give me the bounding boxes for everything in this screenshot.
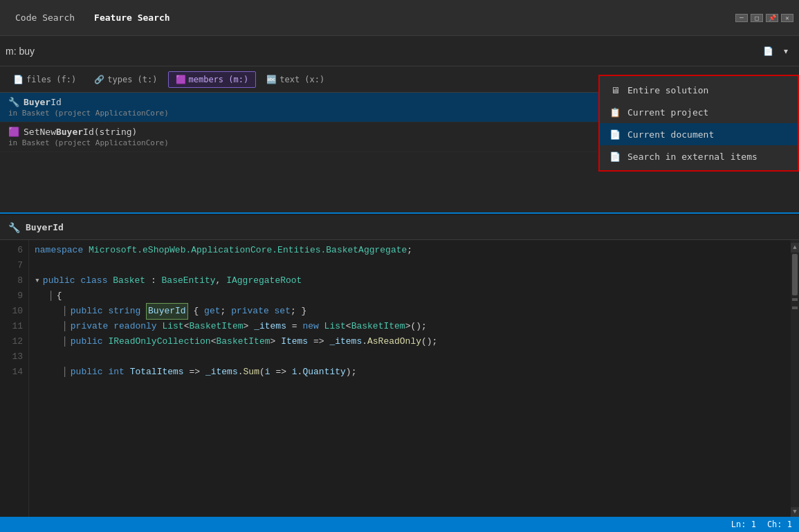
tab-code-search[interactable]: Code Search (6, 7, 84, 28)
type-basketitem-new: BasketItem (351, 319, 405, 334)
current-project-icon: 📋 (609, 107, 621, 118)
code-line-9: │{ (35, 288, 785, 304)
line-num-14: 14 (6, 365, 23, 380)
kw-private-11: private (71, 319, 109, 334)
type-basket: Basket (113, 273, 145, 288)
editor-header-title: BuyerId (26, 222, 64, 232)
result-wrench-icon: 🔧 (8, 97, 19, 107)
prop-items-public: Items (281, 334, 308, 349)
code-line-10: │ public string BuyerId { get; private s… (35, 304, 785, 319)
prop-items-sum: _items (205, 365, 238, 380)
dropdown-entire-solution-label: Entire solution (627, 85, 708, 95)
scope-dropdown: 🖥 Entire solution 📋 Current project 📄 Cu… (598, 75, 799, 172)
dropdown-button[interactable]: ▾ (778, 44, 793, 59)
line-num-6: 6 (6, 243, 23, 258)
filter-members[interactable]: 🟪 members (m:) (168, 71, 257, 88)
dropdown-entire-solution[interactable]: 🖥 Entire solution (600, 79, 798, 101)
highlight-buyerid: BuyerId (146, 303, 188, 320)
minimap-indicator-2 (792, 306, 798, 309)
dropdown-search-external-label: Search in external items (627, 152, 757, 162)
type-iaggregateroot: IAggregateRoot (226, 273, 302, 288)
scrollbar-vertical[interactable]: ▲ ▼ (791, 240, 799, 517)
kw-namespace: namespace (35, 243, 83, 258)
type-list-new: List (324, 319, 346, 334)
line-numbers: 6 7 8 9 10 11 12 13 14 (0, 240, 29, 517)
kw-private-10: private (231, 304, 269, 319)
kw-public-12: public (71, 334, 103, 349)
filter-types[interactable]: 🔗 types (t:) (86, 71, 165, 88)
line-num-8: 8 (6, 273, 23, 288)
gutter-line-14: │ (62, 367, 68, 377)
search-external-icon: 📄 (609, 151, 621, 162)
method-asreadonly: AsReadOnly (367, 334, 421, 349)
minimap-indicator-1 (792, 298, 798, 301)
code-line-12: │ public IReadOnlyCollection<BasketItem>… (35, 334, 785, 349)
gutter-line-10: │ (62, 306, 68, 316)
close-button[interactable]: ✕ (781, 14, 793, 22)
prop-items: _items (254, 319, 286, 334)
files-icon: 📄 (13, 75, 24, 84)
dropdown-current-document-label: Current document (627, 129, 714, 140)
members-icon: 🟪 (176, 75, 186, 84)
kw-public-8: public (43, 273, 75, 288)
minimize-button[interactable]: ─ (735, 14, 748, 22)
code-container: 6 7 8 9 10 11 12 13 14 namespace Microso… (0, 240, 799, 517)
scrollbar-track[interactable] (791, 253, 799, 507)
line-num-9: 9 (6, 288, 23, 304)
code-content[interactable]: namespace Microsoft.eShopWeb.Application… (29, 240, 791, 517)
line-num-7: 7 (6, 258, 23, 273)
dropdown-current-project-label: Current project (627, 107, 708, 118)
filter-text-label: text (x:) (279, 75, 324, 84)
gutter-line-11: │ (62, 321, 68, 331)
dropdown-search-external[interactable]: 📄 Search in external items (600, 145, 798, 167)
code-line-11: │ private readonly List<BasketItem> _ite… (35, 319, 785, 334)
gutter-line-12: │ (62, 336, 68, 347)
scroll-up-button[interactable]: ▲ (791, 243, 799, 253)
code-line-13 (35, 349, 785, 365)
kw-int: int (108, 365, 124, 380)
type-basketitem-11: BasketItem (190, 319, 244, 334)
new-search-button[interactable]: 📄 (760, 44, 775, 59)
scroll-down-button[interactable]: ▼ (791, 507, 799, 517)
kw-get: get (204, 304, 220, 319)
type-ireadonlycollection: IReadOnlyCollection (108, 334, 210, 349)
status-bar: Ln: 1 Ch: 1 (0, 517, 799, 532)
pin-button[interactable]: 📌 (766, 14, 778, 22)
lambda-i: i (265, 365, 270, 380)
editor-header: 🔧 BuyerId (0, 214, 799, 240)
type-baseentity: BaseEntity (162, 273, 216, 288)
kw-string-10: string (108, 304, 140, 319)
dropdown-current-document[interactable]: 📄 Current document (600, 123, 798, 145)
kw-readonly: readonly (113, 319, 156, 334)
prop-totalitems: TotalItems (130, 365, 184, 380)
status-ln: Ln: 1 (731, 520, 756, 529)
result-buyer-id-text: BuyerId (24, 97, 62, 107)
editor-header-icon: 🔧 (8, 222, 20, 233)
kw-new: new (302, 319, 318, 334)
line-num-13: 13 (6, 349, 23, 365)
text-icon: 🔤 (266, 75, 277, 84)
result-cube-icon: 🟪 (8, 127, 19, 137)
search-panel: 📄 ▾ 📄 files (f:) 🔗 types (t:) 🟪 members … (0, 36, 799, 214)
filter-text[interactable]: 🔤 text (x:) (259, 71, 332, 88)
code-line-8: ▾ public class Basket : BaseEntity, IAgg… (35, 273, 785, 288)
main-panel: 📄 ▾ 📄 files (f:) 🔗 types (t:) 🟪 members … (0, 36, 799, 532)
code-line-14: │ public int TotalItems => _items.Sum(i … (35, 365, 785, 380)
kw-class: class (80, 273, 107, 288)
dropdown-current-project[interactable]: 📋 Current project (600, 101, 798, 123)
expand-icon-8[interactable]: ▾ (35, 273, 40, 288)
filter-files[interactable]: 📄 files (f:) (6, 71, 84, 88)
search-input[interactable] (6, 46, 760, 57)
window-controls: ─ □ 📌 ✕ (735, 14, 793, 22)
scrollbar-thumb[interactable] (792, 254, 798, 295)
gutter-line-9: │ (48, 291, 54, 301)
filter-types-label: types (t:) (107, 75, 157, 84)
prop-items-ref: _items (329, 334, 362, 349)
method-sum: Sum (244, 365, 259, 380)
tab-feature-search[interactable]: Feature Search (84, 7, 180, 28)
editor-area: 🔧 BuyerId 6 7 8 9 10 11 12 13 14 namespa… (0, 214, 799, 517)
filter-files-label: files (f:) (26, 75, 76, 84)
status-ch: Ch: 1 (767, 520, 792, 529)
line-num-10: 10 (6, 304, 23, 319)
restore-button[interactable]: □ (751, 14, 763, 22)
